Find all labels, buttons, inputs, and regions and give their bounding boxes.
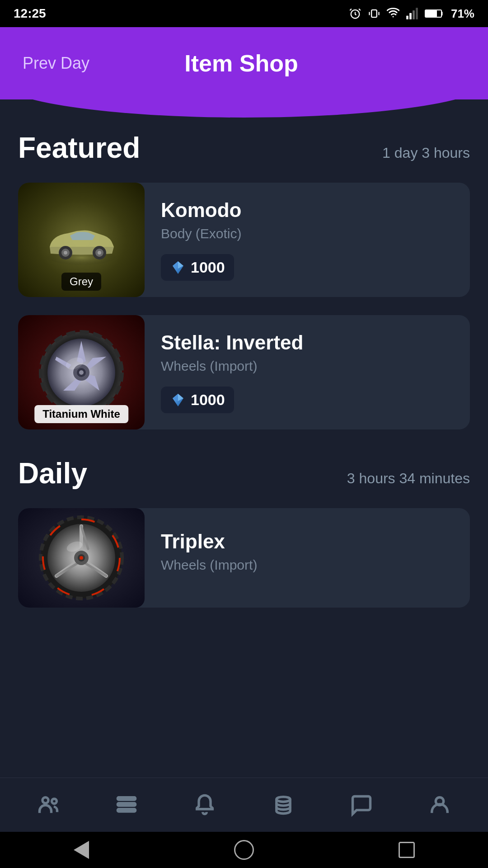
nav-item-profile[interactable]: [401, 778, 479, 832]
android-back-button[interactable]: [68, 836, 95, 863]
home-circle-icon: [234, 840, 254, 860]
shop-icon: [272, 793, 295, 817]
daily-timer: 3 hours 34 minutes: [347, 470, 470, 487]
battery-percent: 71%: [451, 7, 474, 21]
komodo-info: Komodo Body (Exotic) 1000: [145, 183, 470, 297]
notification-icon: [193, 793, 216, 817]
recents-square-icon: [399, 842, 415, 858]
svg-rect-4: [413, 10, 415, 19]
svg-point-34: [80, 556, 83, 560]
svg-rect-2: [406, 16, 408, 19]
vibrate-icon: [368, 7, 380, 20]
alarm-icon: [349, 7, 361, 20]
nav-item-chat[interactable]: [322, 778, 400, 832]
komodo-price-badge: 1000: [161, 254, 234, 281]
profile-icon: [428, 793, 451, 817]
bottom-nav: [0, 778, 488, 832]
credit-icon-komodo: [170, 259, 186, 276]
item-image-triplex: [18, 508, 145, 608]
friends-icon: [37, 793, 60, 817]
credit-icon-stella: [170, 392, 186, 408]
status-icons: 71%: [349, 7, 474, 21]
svg-point-11: [64, 251, 67, 255]
stella-price-badge: 1000: [161, 387, 234, 413]
list-icon: [115, 793, 138, 817]
triplex-wheel-illustration: [36, 513, 127, 603]
item-card-komodo[interactable]: Grey Komodo Body (Exotic): [18, 183, 470, 297]
nav-item-shop[interactable]: [244, 778, 322, 832]
battery-icon: [425, 7, 445, 20]
triplex-info: Triplex Wheels (Import): [145, 508, 470, 608]
item-image-komodo: Grey: [18, 183, 145, 297]
android-recents-button[interactable]: [393, 836, 420, 863]
komodo-price-value: 1000: [191, 259, 225, 276]
prev-day-button[interactable]: Prev Day: [23, 54, 89, 73]
svg-point-36: [42, 797, 48, 803]
svg-rect-38: [117, 797, 135, 799]
svg-rect-3: [409, 13, 412, 19]
status-bar: 12:25 71%: [0, 0, 488, 27]
featured-section-header: Featured 1 day 3 hours: [18, 131, 470, 165]
nav-item-friends[interactable]: [9, 778, 87, 832]
stella-color-label: Titanium White: [34, 405, 128, 423]
stella-info: Stella: Inverted Wheels (Import) 1000: [145, 315, 470, 429]
item-card-triplex[interactable]: Triplex Wheels (Import): [18, 508, 470, 608]
back-arrow-icon: [74, 841, 89, 859]
chat-icon: [350, 793, 373, 817]
svg-rect-40: [117, 809, 135, 811]
daily-title: Daily: [18, 457, 87, 490]
svg-point-14: [98, 251, 101, 255]
stella-wheel-illustration: [36, 327, 127, 418]
main-content: Featured 1 day 3 hours: [0, 99, 488, 689]
svg-rect-5: [416, 8, 418, 19]
signal-icon: [406, 7, 418, 20]
komodo-type: Body (Exotic): [161, 226, 454, 241]
svg-point-41: [276, 797, 290, 802]
daily-section-header: Daily 3 hours 34 minutes: [18, 457, 470, 490]
svg-rect-7: [426, 10, 437, 17]
svg-rect-39: [117, 803, 135, 805]
komodo-name: Komodo: [161, 199, 454, 222]
komodo-color-label: Grey: [61, 273, 101, 291]
triplex-type: Wheels (Import): [161, 557, 454, 573]
featured-timer: 1 day 3 hours: [382, 145, 470, 161]
featured-title: Featured: [18, 131, 140, 165]
page-title: Item Shop: [184, 50, 298, 77]
status-time: 12:25: [14, 6, 46, 21]
android-nav: [0, 832, 488, 868]
svg-point-20: [79, 370, 84, 375]
item-image-bg-triplex: [18, 508, 145, 608]
komodo-car-illustration: [36, 211, 127, 269]
stella-price-value: 1000: [191, 391, 225, 409]
wifi-icon: [387, 7, 399, 20]
nav-item-notification[interactable]: [166, 778, 244, 832]
header: Prev Day Item Shop: [0, 27, 488, 99]
stella-name: Stella: Inverted: [161, 331, 454, 354]
triplex-name: Triplex: [161, 530, 454, 553]
nav-item-list[interactable]: [87, 778, 165, 832]
svg-rect-1: [371, 10, 377, 17]
android-home-button[interactable]: [230, 836, 258, 863]
item-image-stella: Titanium White: [18, 315, 145, 429]
stella-type: Wheels (Import): [161, 359, 454, 374]
daily-section: Daily 3 hours 34 minutes: [18, 457, 470, 608]
svg-point-37: [52, 798, 56, 803]
item-card-stella[interactable]: Titanium White Stella: Inverted Wheels (…: [18, 315, 470, 429]
